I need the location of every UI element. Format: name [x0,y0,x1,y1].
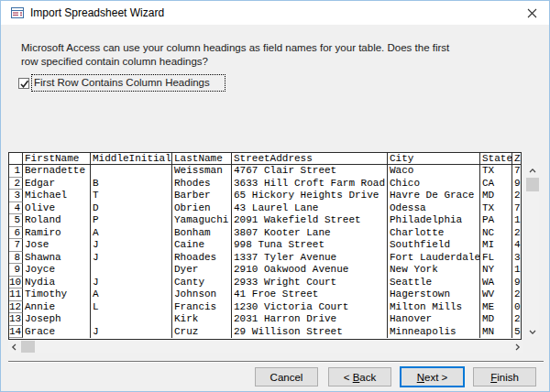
table-row: 8ShawnaJRhoades1337 Tyler AvenueFort Lau… [9,252,521,265]
table-cell: 7 [512,202,522,215]
table-cell: Joyce [23,264,91,277]
checkmark-icon [19,79,30,90]
table-cell: Ramiro [23,227,91,240]
close-button[interactable] [514,1,549,25]
table-row: 7JoseJCaine998 Tuna StreetSouthfieldMI4 [9,239,521,252]
table-cell: 29 Willison Street [232,326,388,339]
row-number: 3 [9,190,23,202]
table-cell: Shawna [23,252,91,265]
column-header-lastname: LastName [172,153,232,164]
table-cell: Seattle [388,277,480,289]
next-label: Next > [417,372,448,383]
back-button[interactable]: < Back [328,367,391,387]
table-cell: Milton Mills [388,301,480,314]
table-cell: A [91,289,172,301]
horizontal-scroll-thumb[interactable] [21,341,35,353]
table-cell: Rhoades [172,252,232,265]
table-cell: MD [480,313,512,326]
row-number: 10 [9,277,23,289]
table-cell: 2091 Wakefield Street [232,214,388,227]
row-number: 9 [9,264,23,277]
finish-button[interactable]: Finish [473,367,536,387]
title-bar: Import Spreadsheet Wizard [1,1,549,25]
table-cell: 7 [512,165,522,178]
table-cell: CA [480,178,512,191]
table-cell: 1337 Tyler Avenue [232,252,388,265]
table-cell: 3633 Hill Croft Farm Road [232,178,388,191]
table-cell: Canty [172,277,232,289]
table-cell [91,313,172,326]
cancel-button[interactable]: Cancel [255,367,318,387]
table-row: 4OliveDObrien43 Laurel LaneOdessaTX7 [9,202,521,215]
table-cell: 1 [512,264,522,277]
table-cell: 4 [512,239,522,252]
table-row: 9JoyceDyer2910 Oakwood AvenueNew YorkNY1 [9,264,521,277]
table-cell: Havre De Grace [388,190,480,202]
table-cell: Francis [172,301,232,314]
table-cell: TX [480,202,512,215]
table-cell: 1 [512,214,522,227]
table-cell: 43 Laurel Lane [232,202,388,215]
table-cell: WV [480,289,512,301]
close-icon [527,8,537,18]
table-cell: 65 Hickory Heights Drive [232,190,388,202]
table-cell: 2 [512,227,522,240]
row-number: 11 [9,289,23,301]
preview-grid: FirstNameMiddleInitialLastNameStreetAddr… [8,152,522,340]
column-header-state: State [480,153,512,164]
table-cell: 2 [512,289,522,301]
table-cell: Minneapolis [388,326,480,339]
table-cell: MD [480,190,512,202]
row-number: 1 [9,165,23,178]
instruction-text: Microsoft Access can use your column hea… [21,41,449,69]
grid-corner-cell [9,153,23,164]
table-cell: Charlotte [388,227,480,240]
table-row: 6RamiroABonham3807 Kooter LaneCharlotteN… [9,227,521,240]
table-cell: 2 [512,313,522,326]
table-cell: New York [388,264,480,277]
instruction-line-1: Microsoft Access can use your column hea… [21,41,449,55]
table-cell: Weissman [172,165,232,178]
scroll-up-icon[interactable] [526,165,539,177]
table-cell: Timothy [23,289,91,301]
table-cell: 9 [512,277,522,289]
vertical-scrollbar[interactable] [526,165,539,337]
table-cell [91,264,172,277]
first-row-headings-option: First Row Contains Column Headings [18,74,226,92]
table-cell: MI [480,239,512,252]
scroll-right-icon[interactable] [511,341,522,353]
table-cell: Grace [23,326,91,339]
table-cell: Obrien [172,202,232,215]
first-row-headings-label[interactable]: First Row Contains Column Headings [31,74,226,92]
scroll-left-icon[interactable] [8,341,20,353]
table-cell: Waco [388,165,480,178]
table-cell: Barber [172,190,232,202]
row-number: 6 [9,227,23,240]
table-cell: Olive [23,202,91,215]
column-header-streetaddress: StreetAddress [232,153,388,164]
table-cell: J [91,326,172,339]
next-button[interactable]: Next > [400,366,465,387]
table-row: 1BernadetteWeissman4767 Clair StreetWaco… [9,165,521,178]
table-cell: Bonham [172,227,232,240]
row-number: 5 [9,214,23,227]
table-cell: TX [480,165,512,178]
table-cell: Caine [172,239,232,252]
table-row: 3MichaelTBarber65 Hickory Heights DriveH… [9,190,521,202]
first-row-headings-checkbox[interactable] [18,78,29,89]
table-cell: Southfield [388,239,480,252]
table-cell: Nydia [23,277,91,289]
table-cell: MN [480,326,512,339]
vertical-scroll-thumb[interactable] [526,178,539,191]
column-header-z: Z [512,153,522,164]
scroll-down-icon[interactable] [526,325,539,337]
table-cell: J [91,239,172,252]
table-row: 2EdgarBRhodes3633 Hill Croft Farm RoadCh… [9,178,521,191]
horizontal-scrollbar[interactable] [8,341,522,353]
wizard-app-icon [10,5,25,20]
table-cell: P [91,214,172,227]
table-cell: Joseph [23,313,91,326]
table-cell: L [91,301,172,314]
import-spreadsheet-wizard-window: Import Spreadsheet Wizard Microsoft Acce… [0,0,550,392]
instruction-line-2: row specified contain column headings? [21,55,449,69]
